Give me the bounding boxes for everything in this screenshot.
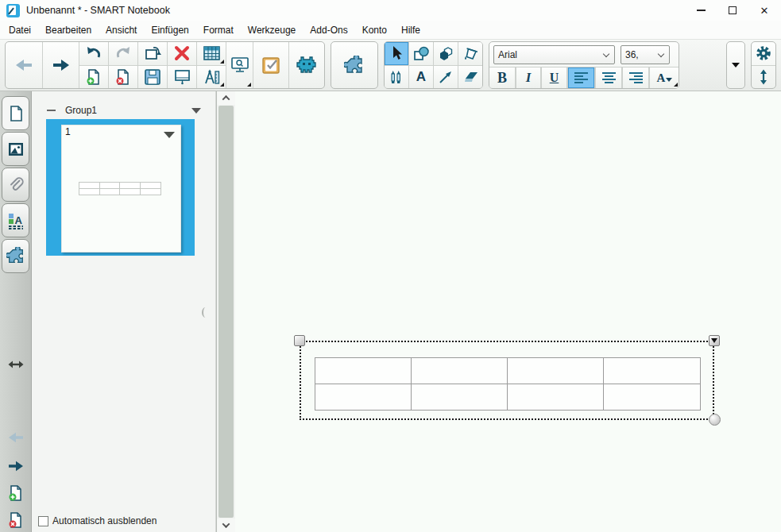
font-family-select[interactable]: Arial (493, 45, 615, 64)
table-cell[interactable] (508, 358, 604, 384)
table-cell[interactable] (412, 384, 508, 411)
back-arrow-icon (7, 430, 25, 445)
delete-page-icon (115, 69, 131, 85)
lab-activities-button[interactable] (288, 42, 324, 88)
delete-page-icon (8, 512, 24, 528)
table-cell[interactable] (604, 358, 700, 384)
more-tools-button[interactable] (726, 41, 745, 89)
line-tool-button[interactable] (434, 66, 458, 89)
tab-attachments[interactable] (2, 168, 29, 202)
menu-item-konto[interactable]: Konto (355, 22, 394, 38)
delete-button[interactable] (168, 42, 196, 65)
minimize-button[interactable] (695, 5, 706, 16)
customize-toolbar-button[interactable] (752, 42, 775, 65)
font-size-select[interactable]: 36, (621, 45, 670, 64)
page-group-header: Group1 (32, 102, 215, 118)
page-thumbnail-selected[interactable]: 1 (46, 119, 195, 256)
close-button[interactable]: ✕ (759, 5, 770, 16)
save-button[interactable] (138, 66, 167, 89)
tab-page-sorter[interactable] (2, 96, 29, 130)
swap-sides-button[interactable] (6, 355, 25, 374)
table-cell[interactable] (412, 358, 508, 384)
object-menu-handle[interactable] (709, 335, 720, 346)
insert-table-button[interactable] (197, 42, 226, 65)
response-button[interactable] (253, 42, 288, 88)
resize-handle[interactable] (709, 414, 721, 426)
group-menu-icon[interactable] (191, 108, 201, 114)
autohide-checkbox[interactable] (38, 516, 48, 526)
undo-button[interactable] (79, 42, 108, 65)
capture-dropdown-corner (247, 83, 251, 87)
more-text-options-button[interactable]: A (649, 67, 679, 88)
text-tool-button[interactable]: A (409, 66, 433, 89)
menu-bar: Datei Bearbeiten Ansicht Einfügen Format… (0, 21, 781, 39)
group-label: Group1 (65, 105, 191, 116)
bold-button[interactable]: B (489, 67, 515, 88)
scroll-up-button[interactable] (217, 91, 235, 105)
redo-button[interactable] (109, 42, 137, 65)
shapes-tool-button[interactable] (409, 42, 433, 65)
page-canvas[interactable] (235, 91, 781, 532)
paste-button[interactable] (138, 42, 167, 65)
menu-item-datei[interactable]: Datei (2, 22, 38, 38)
strip-previous-page-button[interactable] (6, 428, 25, 447)
text-options-icon: A (657, 71, 673, 85)
align-left-button[interactable] (567, 67, 594, 88)
response-check-icon (261, 56, 280, 75)
add-page-button[interactable] (79, 66, 108, 89)
strip-add-page-button[interactable] (6, 484, 25, 503)
delete-page-button[interactable] (109, 66, 137, 89)
align-center-button[interactable] (595, 67, 621, 88)
tab-gallery[interactable] (2, 132, 29, 166)
tab-properties[interactable]: A (2, 203, 29, 237)
measurement-tools-button[interactable] (197, 66, 226, 89)
italic-button[interactable]: I (516, 67, 540, 88)
align-right-button[interactable] (622, 67, 648, 88)
menu-item-werkzeuge[interactable]: Werkzeuge (241, 22, 303, 38)
move-toolbar-button[interactable] (752, 65, 775, 89)
strip-delete-page-button[interactable] (6, 511, 25, 530)
object-menu-icon (711, 338, 717, 343)
vertical-move-icon (757, 69, 770, 85)
table-cell[interactable] (604, 384, 700, 411)
menu-item-ansicht[interactable]: Ansicht (99, 22, 144, 38)
sorter-scrollbar[interactable] (216, 91, 235, 532)
text-tool-icon: A (416, 69, 426, 85)
previous-page-button[interactable] (6, 42, 42, 88)
maximize-icon (729, 6, 737, 14)
menu-item-hilfe[interactable]: Hilfe (394, 22, 427, 38)
table-cell[interactable] (508, 384, 604, 411)
underline-button[interactable]: U (541, 67, 566, 88)
pens-tool-button[interactable] (385, 66, 408, 89)
next-page-button[interactable] (42, 42, 79, 88)
measurement-dropdown-corner (220, 83, 224, 87)
strip-next-page-button[interactable] (6, 457, 25, 476)
table-cell[interactable] (315, 384, 412, 411)
fill-tool-button[interactable] (458, 42, 482, 65)
table-cell[interactable] (315, 358, 412, 384)
page-menu-icon[interactable] (164, 132, 175, 138)
collapse-group-icon[interactable] (47, 110, 56, 111)
page-thumbnail[interactable]: 1 (61, 125, 181, 253)
file-actions-grid (79, 42, 226, 88)
rotate-handle[interactable] (294, 335, 305, 346)
canvas-table[interactable] (315, 357, 701, 411)
maximize-button[interactable] (727, 5, 738, 16)
polygon-tool-button[interactable] (434, 42, 458, 65)
screen-capture-button[interactable] (226, 42, 253, 88)
tab-addons[interactable] (2, 239, 29, 273)
eraser-tool-button[interactable] (458, 66, 482, 89)
menu-item-format[interactable]: Format (196, 22, 241, 38)
chevron-down-icon (603, 50, 609, 56)
select-tool-button[interactable] (385, 42, 408, 65)
scroll-down-button[interactable] (217, 519, 235, 532)
addons-button[interactable] (331, 56, 377, 75)
puzzle-piece-icon (344, 56, 365, 75)
panel-collapse-handle[interactable] (202, 307, 209, 318)
scrollbar-thumb[interactable] (218, 106, 234, 518)
menu-item-addons[interactable]: Add-Ons (303, 22, 354, 38)
format-buttons-row: B I U A (489, 67, 679, 88)
menu-item-einfuegen[interactable]: Einfügen (144, 22, 195, 38)
screen-shade-button[interactable] (168, 66, 196, 89)
menu-item-bearbeiten[interactable]: Bearbeiten (38, 22, 99, 38)
